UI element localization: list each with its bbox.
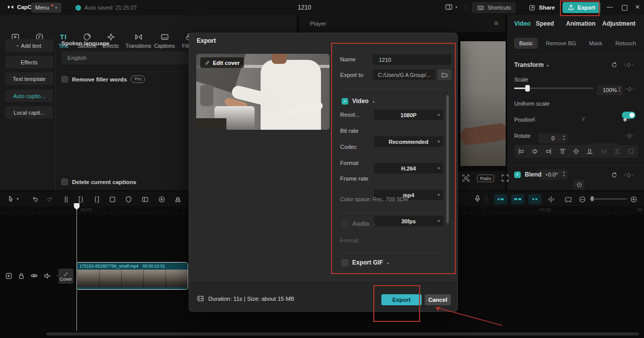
position-keyframe-control[interactable]: ◈› [623, 116, 630, 123]
cover-button[interactable]: Cover [58, 269, 73, 284]
rotate-dial-button[interactable] [574, 180, 585, 190]
delete-captions-checkbox[interactable] [61, 179, 68, 185]
divider [465, 4, 466, 11]
crop-icon[interactable] [109, 196, 116, 203]
record-voiceover-icon[interactable] [473, 195, 481, 203]
fit-zoom-icon[interactable] [462, 174, 470, 182]
scale-keyframe-control[interactable]: ‹◇› [625, 86, 634, 92]
speed-icon[interactable] [158, 196, 166, 203]
undo-icon[interactable] [31, 196, 39, 203]
sidebar-item-effects[interactable]: Effects [5, 56, 53, 68]
reset-blend-icon[interactable] [611, 172, 618, 179]
delete-right-icon[interactable] [93, 196, 100, 203]
keyframe-diamond-icon: ◇ [626, 172, 630, 178]
chevron-down-icon: ▾ [55, 6, 57, 10]
player-menu-icon[interactable]: ≡ [494, 19, 498, 27]
preview-video-frame [460, 41, 506, 166]
zoom-in-icon[interactable] [630, 196, 637, 203]
captions-icon [151, 32, 178, 41]
align-top-icon[interactable] [559, 148, 566, 155]
scale-value-box[interactable]: 100% ▲▼ [597, 85, 623, 95]
mirror-icon[interactable] [174, 196, 182, 203]
share-button[interactable]: Share [528, 2, 555, 13]
scale-slider-handle[interactable] [525, 85, 530, 92]
ratio-button[interactable]: Ratio [477, 175, 494, 182]
lock-track-icon[interactable] [18, 272, 25, 280]
shortcuts-label: Shortcuts [488, 5, 511, 11]
transform-header[interactable]: Transform ▴ [514, 61, 549, 68]
remove-filler-label: Remove filler words [72, 76, 127, 82]
tab-transitions[interactable]: Transitions [124, 32, 152, 49]
triangle-right-icon: ▸ [17, 44, 19, 48]
timeline-zoom-slider[interactable] [590, 198, 627, 200]
auto-ripple-toggle-icon[interactable] [494, 194, 507, 204]
remove-filler-checkbox[interactable] [61, 76, 68, 82]
preview-art-arm [459, 123, 506, 146]
autosave-check-icon: ✓ [75, 5, 81, 11]
tab-animation[interactable]: Animation [566, 20, 596, 27]
magnetic-snap-toggle-icon[interactable] [511, 194, 524, 204]
hide-track-icon[interactable] [30, 272, 38, 280]
align-group-icon[interactable] [627, 148, 634, 155]
align-right-icon[interactable] [545, 148, 552, 155]
subtab-mask[interactable]: Mask [584, 38, 607, 49]
shortcuts-button[interactable]: Shortcuts [472, 2, 516, 13]
tab-captions[interactable]: Captions [151, 32, 178, 49]
redo-icon[interactable] [46, 196, 54, 203]
cursor-icon [7, 195, 15, 203]
timeline-horizontal-scrollbar[interactable] [46, 332, 639, 335]
player-controls: Ratio [462, 174, 509, 182]
split-view-icon[interactable] [547, 196, 555, 203]
transform-keyframe-control[interactable]: ‹◇› [624, 61, 633, 68]
distribute-vertical-icon[interactable] [614, 148, 621, 155]
sidebar-item-local-captions[interactable]: Local capti... [5, 106, 53, 119]
link-clips-toggle-icon[interactable] [528, 194, 541, 204]
minimize-button[interactable]: — [607, 4, 613, 11]
align-center-horizontal-icon[interactable] [531, 148, 538, 155]
menu-update-dot [51, 5, 53, 7]
tab-speed[interactable]: Speed [536, 20, 554, 27]
tab-adjustment-right[interactable]: Adjustment [602, 20, 635, 27]
blend-keyframe-control[interactable]: ‹◇› [624, 172, 633, 178]
preview-quality-icon[interactable] [565, 196, 572, 203]
stepper-icon[interactable]: ▲▼ [562, 134, 566, 141]
distribute-horizontal-icon[interactable] [600, 148, 607, 155]
mask-shield-icon[interactable] [125, 196, 132, 203]
stepper-icon[interactable]: ▲▼ [618, 86, 621, 93]
close-button[interactable]: ✕ [635, 4, 640, 11]
sidebar-item-auto-captions[interactable]: Auto captio... [5, 90, 53, 102]
select-tool-button[interactable]: ▾ [7, 195, 19, 203]
position-x-box[interactable]: 0 ▲▼ [538, 133, 568, 143]
sidebar-item-add-text[interactable]: ▸ Add text [5, 39, 53, 52]
workspace-layout-button[interactable]: ▾ [445, 3, 457, 11]
split-icon[interactable] [62, 196, 70, 203]
rotate-keyframe-control[interactable]: ‹◇› [625, 132, 634, 139]
freeze-frame-icon[interactable] [141, 196, 149, 203]
playhead-line[interactable] [76, 207, 77, 331]
title-bar: CapCut Menu ▾ ✓ Auto saved: 21:25:27 121… [0, 0, 644, 15]
stepper-icon[interactable]: ▲▼ [562, 171, 566, 178]
edit-cover-button[interactable]: Edit cover [200, 57, 244, 68]
blend-checkbox[interactable]: ✓ [514, 172, 521, 178]
subtab-remove-bg[interactable]: Remove BG [541, 38, 581, 49]
reset-transform-icon[interactable] [611, 61, 618, 68]
scale-slider[interactable] [514, 88, 594, 89]
keyframe-diamond-icon: ◇ [626, 61, 630, 68]
zoom-out-icon[interactable] [579, 196, 586, 203]
timeline-zoom-handle[interactable] [591, 196, 594, 201]
fullscreen-icon[interactable] [501, 174, 509, 182]
align-left-icon[interactable] [518, 148, 525, 155]
align-center-vertical-icon[interactable] [573, 148, 580, 155]
subtab-basic[interactable]: Basic [514, 38, 538, 49]
blend-header[interactable]: ✓ Blend ▾ [514, 171, 547, 178]
tab-video[interactable]: Video [514, 20, 530, 27]
menu-button[interactable]: Menu ▾ [31, 3, 61, 13]
align-bottom-icon[interactable] [586, 148, 593, 155]
mute-track-icon[interactable] [43, 272, 51, 280]
video-clip[interactable]: 175152-852857786_small.mp4 00:00:10:01 [76, 262, 188, 290]
subtab-retouch[interactable]: Retouch [610, 38, 641, 49]
maximize-button[interactable] [622, 5, 627, 11]
sidebar-item-text-template[interactable]: Text template [5, 72, 53, 85]
delete-left-icon[interactable] [77, 196, 85, 203]
chevron-down-icon: ▾ [455, 5, 457, 10]
